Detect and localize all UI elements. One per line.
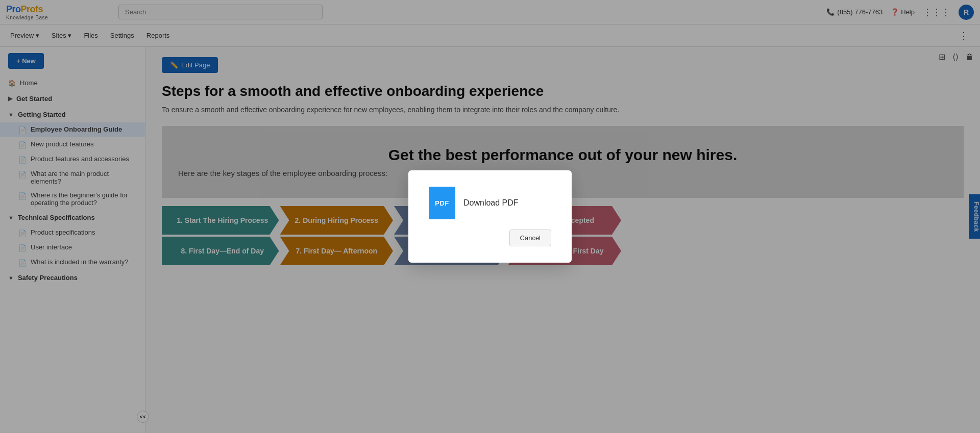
- cancel-button[interactable]: Cancel: [509, 230, 551, 246]
- modal-top: PDF Download PDF: [429, 187, 519, 219]
- download-pdf-modal: PDF Download PDF Cancel: [408, 170, 572, 263]
- pdf-icon: PDF: [429, 187, 455, 219]
- download-pdf-text: Download PDF: [463, 198, 519, 208]
- modal-actions: Cancel: [509, 230, 551, 246]
- modal-overlay[interactable]: PDF Download PDF Cancel: [0, 0, 980, 433]
